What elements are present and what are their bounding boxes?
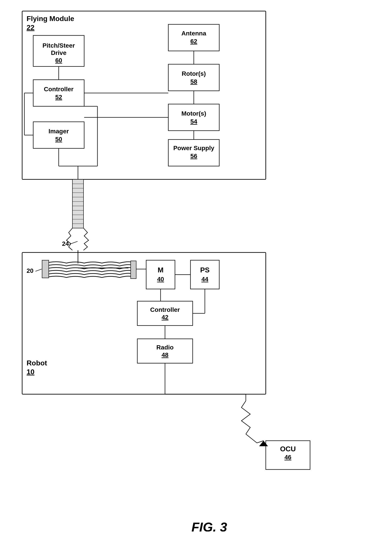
svg-rect-62	[146, 260, 175, 289]
svg-rect-54	[22, 253, 266, 394]
svg-rect-7	[168, 24, 219, 51]
svg-rect-22	[168, 139, 219, 166]
svg-text:Drive: Drive	[51, 49, 66, 56]
svg-rect-0	[22, 11, 266, 179]
svg-text:46: 46	[284, 454, 291, 461]
svg-text:62: 62	[190, 38, 197, 45]
svg-text:52: 52	[55, 94, 62, 101]
svg-marker-84	[259, 441, 268, 446]
svg-rect-19	[33, 122, 84, 148]
svg-text:Antenna: Antenna	[181, 30, 206, 37]
svg-text:42: 42	[161, 314, 168, 321]
svg-text:60: 60	[55, 57, 62, 64]
svg-text:Motor(s): Motor(s)	[181, 110, 206, 117]
svg-text:Robot: Robot	[27, 359, 47, 367]
svg-rect-57	[42, 260, 49, 278]
svg-rect-58	[131, 261, 136, 279]
svg-text:OCU: OCU	[280, 445, 296, 453]
svg-line-51	[69, 241, 77, 244]
svg-text:Imager: Imager	[48, 128, 69, 135]
svg-rect-75	[137, 339, 193, 363]
svg-rect-39	[72, 179, 83, 228]
svg-text:24: 24	[62, 240, 69, 247]
svg-text:Power Supply: Power Supply	[173, 145, 214, 151]
svg-text:48: 48	[161, 351, 168, 358]
svg-text:Radio: Radio	[156, 344, 174, 351]
svg-rect-69	[137, 301, 193, 326]
svg-text:58: 58	[190, 78, 197, 85]
svg-text:40: 40	[157, 276, 164, 283]
svg-rect-65	[191, 260, 219, 289]
svg-rect-85	[266, 441, 310, 470]
svg-line-60	[35, 269, 42, 271]
svg-rect-10	[168, 64, 219, 91]
svg-line-83	[257, 441, 264, 443]
svg-line-82	[246, 434, 257, 443]
svg-text:Controller: Controller	[150, 306, 180, 313]
svg-text:Rotor(s): Rotor(s)	[182, 70, 206, 77]
svg-text:PS: PS	[200, 266, 210, 274]
svg-text:M: M	[158, 266, 164, 274]
connections-svg: Flying Module 22 Pitch/Steer Drive 60 An…	[13, 7, 379, 532]
svg-text:20: 20	[27, 267, 34, 274]
svg-rect-3	[33, 35, 84, 66]
svg-text:Pitch/Steer: Pitch/Steer	[42, 42, 75, 49]
svg-rect-13	[33, 80, 84, 106]
svg-text:Flying Module: Flying Module	[27, 15, 74, 23]
diagram-container: Flying Module 22 Pitch/Steer Drive 60 An…	[13, 7, 379, 532]
svg-text:FIG. 3: FIG. 3	[191, 520, 227, 532]
svg-text:50: 50	[55, 136, 62, 143]
svg-text:22: 22	[27, 23, 34, 31]
svg-text:44: 44	[201, 276, 208, 283]
svg-rect-16	[168, 104, 219, 131]
svg-text:10: 10	[27, 368, 34, 376]
svg-text:Controller: Controller	[44, 86, 74, 93]
svg-text:56: 56	[190, 153, 197, 159]
svg-text:54: 54	[190, 118, 197, 125]
